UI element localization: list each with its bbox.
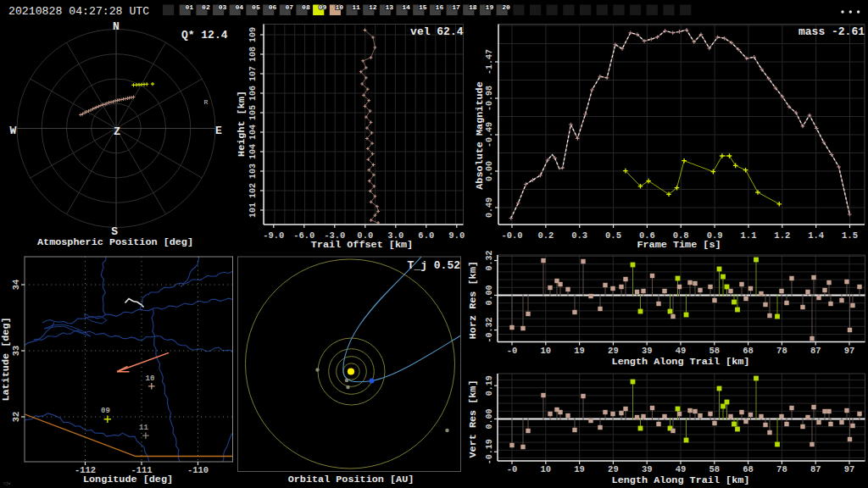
svg-text:Atmospheric Position [deg]: Atmospheric Position [deg] [37,236,193,248]
svg-text:6.0: 6.0 [418,230,434,241]
svg-text:19: 19 [574,464,585,474]
svg-text:09: 09 [101,407,110,415]
svg-text:Absolute Magnitude: Absolute Magnitude [474,81,486,189]
svg-text:39: 39 [642,346,653,356]
svg-text:Longitude [deg]: Longitude [deg] [83,474,173,485]
svg-text:102: 102 [248,183,258,198]
svg-text:17: 17 [452,3,460,11]
svg-text:mass -2.61: mass -2.61 [798,25,865,38]
svg-text:05: 05 [252,3,260,11]
svg-text:-110: -110 [187,465,209,475]
svg-text:-0.98: -0.98 [485,86,494,111]
svg-text:68: 68 [743,346,754,356]
svg-text:-0: -0 [507,346,518,356]
svg-text:19: 19 [574,346,585,356]
svg-text:109: 109 [248,27,258,42]
svg-text:0.3: 0.3 [571,230,587,241]
svg-text:49: 49 [676,464,687,474]
svg-text:Horz Res [km]: Horz Res [km] [467,261,479,339]
svg-text:16: 16 [436,3,444,11]
svg-text:11: 11 [139,424,148,432]
svg-text:87: 87 [810,464,821,474]
svg-text:12: 12 [369,3,377,11]
svg-text:78: 78 [776,346,787,356]
svg-text:0.00: 0.00 [485,285,494,305]
svg-text:0.2: 0.2 [537,230,554,241]
svg-text:105: 105 [248,105,258,120]
svg-text:78: 78 [776,464,787,474]
svg-text:vel 62.4: vel 62.4 [410,25,464,38]
svg-text:04: 04 [235,3,243,11]
svg-text:0.00: 0.00 [485,161,494,181]
svg-text:20: 20 [502,3,510,11]
svg-text:0.32: 0.32 [485,250,494,270]
svg-text:08: 08 [302,3,310,11]
svg-text:97: 97 [844,346,855,356]
svg-text:104: 104 [248,144,258,159]
svg-text:14: 14 [402,3,410,11]
svg-text:-9.0: -9.0 [263,230,284,241]
svg-text:13: 13 [385,3,393,11]
svg-text:10: 10 [146,374,155,383]
svg-text:20210828 04:27:28 UTC: 20210828 04:27:28 UTC [8,5,149,18]
svg-text:9.0: 9.0 [448,230,465,241]
svg-text:09: 09 [319,3,327,11]
svg-text:Orbital Position [AU]: Orbital Position [AU] [288,474,415,485]
svg-text:19: 19 [486,3,494,11]
svg-text:0.5: 0.5 [605,230,621,241]
svg-text:58: 58 [709,464,720,474]
svg-text:01: 01 [185,3,193,11]
svg-text:T_j 0.52: T_j 0.52 [408,259,461,272]
svg-text:Z: Z [114,125,120,138]
svg-text:68: 68 [743,464,754,474]
svg-text:58: 58 [709,346,720,356]
svg-text:-0.19: -0.19 [485,439,494,464]
svg-text:02: 02 [202,3,210,11]
svg-text:10: 10 [335,3,343,11]
svg-text:W: W [10,125,17,137]
svg-text:1.4: 1.4 [808,230,824,241]
svg-text:njw: njw [3,481,10,485]
svg-text:-0: -0 [507,464,518,474]
svg-text:87: 87 [810,346,821,356]
svg-text:0.19: 0.19 [485,375,494,396]
svg-text:29: 29 [608,464,619,474]
svg-text:97: 97 [844,464,855,474]
svg-text:108: 108 [248,47,258,62]
svg-text:1.2: 1.2 [774,230,790,241]
svg-text:49: 49 [676,346,687,356]
svg-text:29: 29 [608,346,619,356]
svg-text:39: 39 [642,464,653,474]
svg-text:Length Along Trail [km]: Length Along Trail [km] [612,474,750,486]
svg-text:-0.32: -0.32 [485,317,494,342]
svg-text:106: 106 [248,86,258,101]
svg-text:-0.0: -0.0 [501,230,522,241]
svg-text:104: 104 [248,125,258,140]
svg-text:Q* 12.4: Q* 12.4 [181,29,228,42]
svg-text:0.49: 0.49 [485,197,494,218]
svg-text:10: 10 [540,346,551,356]
svg-text:34: 34 [11,280,21,291]
svg-text:10: 10 [540,464,551,474]
svg-text:03: 03 [219,3,227,11]
svg-text:1.5: 1.5 [842,230,858,241]
svg-text:107: 107 [248,66,258,81]
svg-text:Latitude [deg]: Latitude [deg] [0,317,12,401]
svg-text:103: 103 [248,164,258,179]
svg-text:32: 32 [11,412,21,423]
svg-text:33: 33 [11,346,21,357]
svg-text:E: E [215,125,222,137]
svg-text:06: 06 [269,3,277,11]
svg-text:15: 15 [419,3,427,11]
svg-text:11: 11 [352,3,360,11]
svg-text:101: 101 [248,202,258,218]
svg-text:-1.47: -1.47 [485,49,494,75]
svg-text:1.1: 1.1 [741,230,757,241]
svg-text:Frame Time [s]: Frame Time [s] [637,239,721,251]
svg-text:0.00: 0.00 [485,408,494,429]
svg-text:R: R [204,98,209,106]
svg-text:Trail Offset [km]: Trail Offset [km] [311,239,413,251]
svg-text:18: 18 [469,3,477,11]
svg-text:07: 07 [285,3,293,11]
svg-text:N: N [113,20,120,33]
